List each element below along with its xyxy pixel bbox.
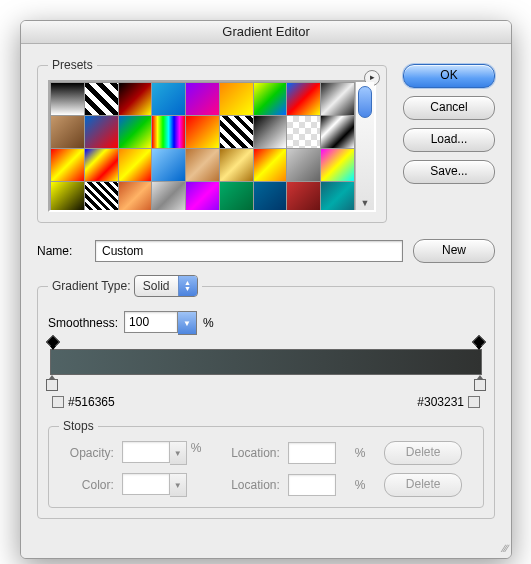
opacity-stop-right[interactable] <box>474 337 484 347</box>
presets-scrollbar[interactable]: ▼ <box>355 82 374 210</box>
new-button[interactable]: New <box>413 239 495 263</box>
preset-swatch[interactable] <box>152 182 185 210</box>
preset-swatch[interactable] <box>287 116 320 148</box>
gradient-editor-window: Gradient Editor Presets ▸ ▼ OK Cancel Lo… <box>20 20 512 559</box>
house-icon <box>468 396 480 408</box>
gradient-bar[interactable] <box>50 349 482 375</box>
preset-swatch[interactable] <box>254 149 287 181</box>
dialog-buttons: OK Cancel Load... Save... <box>403 58 495 184</box>
cancel-button[interactable]: Cancel <box>403 96 495 120</box>
smoothness-unit: % <box>203 316 214 330</box>
name-input[interactable] <box>95 240 403 262</box>
window-title: Gradient Editor <box>21 21 511 44</box>
color-stop-left[interactable] <box>46 375 58 391</box>
select-arrows-icon: ▲▼ <box>178 276 197 296</box>
preset-swatch[interactable] <box>220 149 253 181</box>
preset-swatch[interactable] <box>287 83 320 115</box>
opacity-label: Opacity: <box>59 446 114 460</box>
color-dropdown-icon[interactable]: ▼ <box>170 473 187 497</box>
chevron-down-icon[interactable]: ▼ <box>356 198 374 208</box>
preset-swatch[interactable] <box>152 83 185 115</box>
color-stop-right[interactable] <box>474 375 486 391</box>
preset-swatch[interactable] <box>220 182 253 210</box>
preset-swatch[interactable] <box>85 182 118 210</box>
preset-grid[interactable] <box>50 82 355 210</box>
color-label: Color: <box>59 478 114 492</box>
load-button[interactable]: Load... <box>403 128 495 152</box>
preset-swatch[interactable] <box>85 149 118 181</box>
gradient-type-select[interactable]: Solid ▲▼ <box>134 275 198 297</box>
preset-swatch[interactable] <box>287 182 320 210</box>
smoothness-label: Smoothness: <box>48 316 118 330</box>
smoothness-input[interactable]: 100 <box>124 311 178 333</box>
preset-swatch[interactable] <box>321 116 354 148</box>
gradient-preview[interactable] <box>50 349 482 375</box>
preset-swatch[interactable] <box>186 83 219 115</box>
gradient-type-fieldset: Gradient Type: Solid ▲▼ Smoothness: 100 … <box>37 275 495 519</box>
preset-swatch[interactable] <box>186 149 219 181</box>
presets-legend: Presets <box>48 58 97 72</box>
presets-fieldset: Presets ▸ ▼ <box>37 58 387 223</box>
end-hex: #303231 <box>417 395 464 409</box>
preset-swatch[interactable] <box>119 182 152 210</box>
preset-swatch[interactable] <box>220 83 253 115</box>
delete-color-stop-button[interactable]: Delete <box>384 473 462 497</box>
opacity-input[interactable] <box>122 441 170 463</box>
preset-swatch[interactable] <box>119 83 152 115</box>
preset-swatch[interactable] <box>321 149 354 181</box>
stops-legend: Stops <box>59 419 98 433</box>
preset-swatch[interactable] <box>321 182 354 210</box>
save-button[interactable]: Save... <box>403 160 495 184</box>
preset-swatch[interactable] <box>254 116 287 148</box>
smoothness-dropdown-icon[interactable]: ▼ <box>178 311 197 335</box>
preset-swatch[interactable] <box>119 149 152 181</box>
opacity-dropdown-icon[interactable]: ▼ <box>170 441 187 465</box>
preset-swatch[interactable] <box>152 149 185 181</box>
preset-swatch[interactable] <box>85 116 118 148</box>
preset-swatch[interactable] <box>85 83 118 115</box>
ok-button[interactable]: OK <box>403 64 495 88</box>
opacity-location-label: Location: <box>220 446 280 460</box>
stops-fieldset: Stops Opacity: ▼ % Location: % Delete Co… <box>48 419 484 508</box>
house-icon <box>52 396 64 408</box>
start-hex: #516365 <box>68 395 115 409</box>
delete-opacity-stop-button[interactable]: Delete <box>384 441 462 465</box>
preset-swatch[interactable] <box>254 182 287 210</box>
name-label: Name: <box>37 244 85 258</box>
color-location-label: Location: <box>220 478 280 492</box>
preset-swatch[interactable] <box>51 149 84 181</box>
preset-swatch[interactable] <box>51 83 84 115</box>
preset-swatch[interactable] <box>186 182 219 210</box>
color-input[interactable] <box>122 473 170 495</box>
scrollbar-thumb[interactable] <box>358 86 372 118</box>
preset-swatch[interactable] <box>119 116 152 148</box>
preset-swatch[interactable] <box>186 116 219 148</box>
preset-swatch[interactable] <box>287 149 320 181</box>
preset-swatch[interactable] <box>51 116 84 148</box>
opacity-location-input[interactable] <box>288 442 336 464</box>
resize-grip-icon[interactable]: /// <box>21 541 511 558</box>
preset-swatch[interactable] <box>321 83 354 115</box>
preset-swatch[interactable] <box>254 83 287 115</box>
gradient-type-legend: Gradient Type: Solid ▲▼ <box>48 275 202 297</box>
opacity-stop-left[interactable] <box>48 337 58 347</box>
preset-swatch[interactable] <box>152 116 185 148</box>
preset-swatch[interactable] <box>220 116 253 148</box>
color-location-input[interactable] <box>288 474 336 496</box>
preset-swatch[interactable] <box>51 182 84 210</box>
